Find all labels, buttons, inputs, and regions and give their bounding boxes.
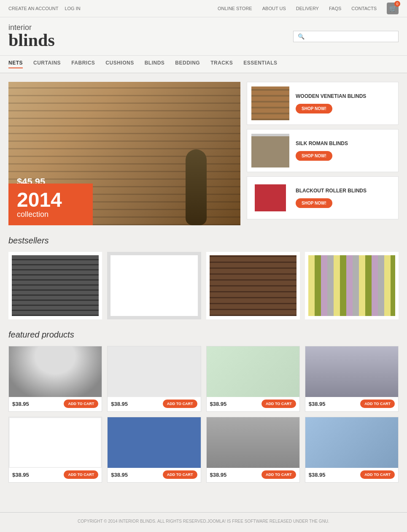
featured-img-1 [9,346,102,397]
bestsellers-title: bestsellers [8,236,399,246]
nav-curtains[interactable]: CURTAINS [33,60,61,68]
featured-price-5: $38.95 [12,472,29,478]
top-bar-right: ONLINE STORE ABOUT US DELIVERY FAQS CONT… [218,3,399,14]
featured-item-8: $38.95 ADD TO CART [305,417,399,483]
footer: COPYRIGHT © 2014 INTERIOR BLINDS. ALL RI… [0,513,407,530]
featured-item-5: $38.95 ADD TO CART [8,417,102,483]
bestseller-4[interactable] [305,252,399,319]
featured-item-2: $38.95 ADD TO CART [107,346,201,412]
product-info-silk: SILK ROMAN BLINDS SHOP NOW! [296,140,394,161]
add-cart-btn-4[interactable]: ADD TO CART [360,400,395,408]
nav-blinds[interactable]: BLINDS [145,60,165,68]
main-content: $45.95 LOREM IPSUM DOLOR SIT 2014 collec… [0,73,407,500]
featured-img-6 [108,417,200,468]
product-thumb-silk [251,134,289,167]
nav-tracks[interactable]: TRACKS [210,60,233,68]
search-icon: 🔍 [298,33,305,40]
logo-bottom: blinds [8,31,55,49]
featured-price-row-3: $38.95 ADD TO CART [207,397,299,408]
about-us-link[interactable]: ABOUT US [262,6,286,11]
featured-grid: $38.95 ADD TO CART $38.95 ADD TO CART $3… [8,346,399,483]
featured-title: featured products [8,330,399,340]
featured-price-row-4: $38.95 ADD TO CART [305,397,398,408]
add-cart-btn-6[interactable]: ADD TO CART [163,470,197,479]
search-input[interactable] [307,33,394,39]
featured-item-3: $38.95 ADD TO CART [206,346,300,412]
thumb-silk-img [251,134,289,167]
product-thumb-blackout [251,181,289,215]
hero-left: $45.95 LOREM IPSUM DOLOR SIT 2014 collec… [8,82,240,225]
featured-price-row-2: $38.95 ADD TO CART [108,397,200,408]
product-card-blackout: BLACKOUT ROLLER BLINDS SHOP NOW! [247,176,399,219]
hero-badge: 2014 collection [8,184,93,225]
product-title-blackout: BLACKOUT ROLLER BLINDS [296,188,394,194]
shop-now-silk[interactable]: SHOP NOW! [296,151,332,161]
product-card-silk: SILK ROMAN BLINDS SHOP NOW! [247,129,399,172]
top-bar-left: CREATE AN ACCOUNT LOG IN [8,6,86,11]
add-cart-btn-7[interactable]: ADD TO CART [261,470,296,479]
login-link[interactable]: LOG IN [65,6,80,11]
featured-price-3: $38.95 [210,401,227,407]
delivery-link[interactable]: DELIVERY [296,6,319,11]
featured-item-7: $38.95 ADD TO CART [206,417,300,483]
bestseller-2[interactable] [107,252,201,319]
featured-item-6: $38.95 ADD TO CART [107,417,201,483]
add-cart-btn-1[interactable]: ADD TO CART [64,400,98,408]
featured-price-row-8: $38.95 ADD TO CART [305,468,398,479]
featured-img-2 [108,346,200,397]
hero-image: $45.95 LOREM IPSUM DOLOR SIT 2014 collec… [8,82,240,225]
hero-year: 2014 [17,190,84,210]
contacts-link[interactable]: CONTACTS [351,6,377,11]
hero-section: $45.95 LOREM IPSUM DOLOR SIT 2014 collec… [8,82,399,225]
nav-fabrics[interactable]: FABRICS [71,60,95,68]
hero-right: WOODEN VENETIAN BLINDS SHOP NOW! SILK RO… [247,82,399,225]
featured-price-1: $38.95 [12,401,29,407]
featured-price-4: $38.95 [309,401,326,407]
product-info-wooden: WOODEN VENETIAN BLINDS SHOP NOW! [296,93,394,114]
main-nav: NETS CURTAINS FABRICS CUSHIONS BLINDS BE… [0,56,407,73]
logo[interactable]: interior blinds [8,24,55,49]
hero-vase [186,149,207,225]
bestsellers-grid [8,252,399,319]
create-account-link[interactable]: CREATE AN ACCOUNT [8,6,58,11]
nav-essentials[interactable]: ESSENTIALS [243,60,277,68]
add-cart-btn-8[interactable]: ADD TO CART [360,470,395,479]
featured-item-4: $38.95 ADD TO CART [305,346,399,412]
header: interior blinds 🔍 [0,17,407,56]
hero-collection: collection [17,210,84,219]
nav-nets[interactable]: NETS [8,60,23,68]
featured-price-row-1: $38.95 ADD TO CART [9,397,102,408]
featured-price-row-5: $38.95 ADD TO CART [9,468,102,479]
shop-now-blackout[interactable]: SHOP NOW! [296,198,332,208]
product-title-wooden: WOODEN VENETIAN BLINDS [296,93,394,100]
search-bar: 🔍 [293,31,399,42]
featured-item-1: $38.95 ADD TO CART [8,346,102,412]
add-cart-btn-5[interactable]: ADD TO CART [64,470,98,479]
cart-icon[interactable]: 🛒 0 [387,3,399,14]
add-cart-btn-2[interactable]: ADD TO CART [163,400,197,408]
product-thumb-wooden [251,86,289,120]
featured-img-5 [9,417,102,468]
add-cart-btn-3[interactable]: ADD TO CART [261,400,296,408]
thumb-roller-img [251,181,289,215]
featured-img-3 [207,346,299,397]
featured-price-8: $38.95 [309,472,326,478]
bestseller-1[interactable] [8,252,102,319]
product-card-wooden: WOODEN VENETIAN BLINDS SHOP NOW! [247,82,399,125]
featured-img-8 [305,417,398,468]
nav-bedding[interactable]: BEDDING [175,60,200,68]
faqs-link[interactable]: FAQS [329,6,341,11]
featured-price-2: $38.95 [111,401,128,407]
online-store-link[interactable]: ONLINE STORE [218,6,252,11]
featured-price-row-6: $38.95 ADD TO CART [108,468,200,479]
featured-price-6: $38.95 [111,472,128,478]
nav-cushions[interactable]: CUSHIONS [105,60,134,68]
bestseller-3[interactable] [206,252,300,319]
cart-badge: 0 [394,1,400,7]
top-bar: CREATE AN ACCOUNT LOG IN ONLINE STORE AB… [0,0,407,17]
featured-img-4 [305,346,398,397]
footer-copyright: COPYRIGHT © 2014 INTERIOR BLINDS. ALL RI… [78,519,329,524]
shop-now-wooden[interactable]: SHOP NOW! [296,104,332,113]
thumb-wooden-img [251,86,289,120]
product-info-blackout: BLACKOUT ROLLER BLINDS SHOP NOW! [296,188,394,208]
